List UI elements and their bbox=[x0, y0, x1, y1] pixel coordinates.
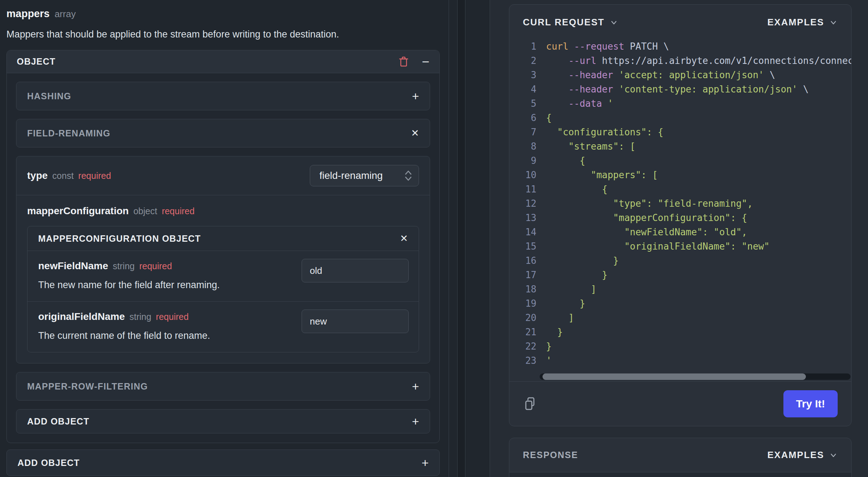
original-field-name-row: originalFieldName string required The cu… bbox=[27, 302, 419, 352]
line-number: 15 bbox=[509, 239, 536, 253]
property-type: array bbox=[55, 9, 76, 20]
line-number: 8 bbox=[509, 139, 536, 154]
line-number: 16 bbox=[509, 253, 536, 268]
code-line: 6{ bbox=[509, 111, 851, 125]
property-description: Mappers that should be applied to the st… bbox=[6, 29, 443, 40]
code-text: { bbox=[546, 154, 585, 168]
column-divider-line bbox=[449, 0, 449, 477]
code-line: 3 --header 'accept: application/json' \ bbox=[509, 68, 851, 82]
code-text: "newFieldName": "old", bbox=[546, 225, 747, 239]
new-field-name-input[interactable] bbox=[302, 259, 409, 282]
field-renaming-content: type const required field-renaming bbox=[16, 156, 430, 363]
type-select[interactable]: field-renaming bbox=[310, 165, 419, 186]
expand-hashing-icon[interactable]: + bbox=[412, 90, 419, 102]
examples-label: EXAMPLES bbox=[767, 17, 824, 28]
code-line: 14 "newFieldName": "old", bbox=[509, 225, 851, 239]
chevron-down-icon bbox=[610, 18, 618, 27]
add-object-outer-plus-icon[interactable]: + bbox=[422, 457, 429, 469]
try-it-button[interactable]: Try It! bbox=[783, 390, 838, 417]
add-object-inner-label: ADD OBJECT bbox=[27, 416, 90, 427]
code-line: 4 --header 'content-type: application/js… bbox=[509, 82, 851, 96]
original-field-name-kind: string bbox=[130, 312, 151, 322]
field-renaming-title: FIELD-RENAMING bbox=[27, 128, 110, 139]
type-select-value: field-renaming bbox=[319, 170, 404, 181]
code-text: } bbox=[546, 296, 585, 311]
line-number: 3 bbox=[509, 68, 536, 82]
response-title: RESPONSE bbox=[523, 450, 578, 460]
new-field-name-kind: string bbox=[113, 261, 135, 271]
object-panel-title: OBJECT bbox=[17, 56, 56, 67]
add-object-inner-plus-icon[interactable]: + bbox=[412, 415, 419, 427]
mapper-configuration-required: required bbox=[162, 206, 195, 216]
curl-code-block: 1curl --request PATCH \2 --url https://a… bbox=[509, 39, 851, 368]
line-number: 6 bbox=[509, 111, 536, 125]
object-panel-body: HASHING + FIELD-RENAMING ✕ type const re… bbox=[7, 73, 439, 443]
hashing-title: HASHING bbox=[27, 91, 71, 101]
vertical-scrollbar-track[interactable] bbox=[457, 0, 465, 477]
add-object-inner-button[interactable]: ADD OBJECT + bbox=[16, 409, 430, 433]
code-text: } bbox=[546, 339, 552, 353]
new-field-name-required: required bbox=[139, 261, 172, 271]
line-number: 11 bbox=[509, 182, 536, 196]
code-text: { bbox=[546, 182, 607, 196]
horizontal-scrollbar-track[interactable] bbox=[540, 373, 851, 380]
code-line: 8 "streams": [ bbox=[509, 139, 851, 154]
original-field-name-required: required bbox=[156, 312, 189, 322]
expand-mapper-row-filtering-icon[interactable]: + bbox=[412, 380, 419, 392]
code-text: "mapperConfiguration": { bbox=[546, 211, 747, 225]
mapper-configuration-name: mapperConfiguration bbox=[27, 205, 129, 217]
copy-code-button[interactable] bbox=[523, 395, 539, 412]
code-text: } bbox=[546, 268, 607, 282]
hashing-accordion[interactable]: HASHING + bbox=[16, 82, 430, 110]
code-line: 12 "type": "field-renaming", bbox=[509, 196, 851, 211]
code-text: --url https://api.airbyte.com/v1/connect… bbox=[546, 54, 851, 68]
code-line: 21 } bbox=[509, 325, 851, 339]
code-line: 11 { bbox=[509, 182, 851, 196]
line-number: 7 bbox=[509, 125, 536, 139]
add-object-outer-label: ADD OBJECT bbox=[17, 458, 80, 468]
code-text: curl --request PATCH \ bbox=[546, 39, 669, 54]
code-text: ' bbox=[546, 353, 552, 368]
line-number: 18 bbox=[509, 282, 536, 296]
code-text: "streams": [ bbox=[546, 139, 635, 154]
line-number: 14 bbox=[509, 225, 536, 239]
close-mapper-configuration-icon[interactable]: ✕ bbox=[400, 234, 408, 243]
code-line: 10 "mappers": [ bbox=[509, 168, 851, 182]
property-heading: mappers array bbox=[6, 8, 443, 20]
curl-request-footer: Try It! bbox=[509, 381, 851, 426]
type-field-required: required bbox=[78, 171, 111, 181]
line-number: 9 bbox=[509, 154, 536, 168]
line-number: 4 bbox=[509, 82, 536, 96]
line-number: 17 bbox=[509, 268, 536, 282]
curl-request-card: CURL REQUEST EXAMPLES 1curl --request PA… bbox=[509, 4, 852, 426]
examples-dropdown[interactable]: EXAMPLES bbox=[767, 17, 838, 28]
response-examples-dropdown[interactable]: EXAMPLES bbox=[767, 450, 838, 461]
line-number: 23 bbox=[509, 353, 536, 368]
curl-request-dropdown[interactable]: CURL REQUEST bbox=[523, 17, 618, 28]
horizontal-scrollbar-thumb[interactable] bbox=[542, 373, 806, 380]
code-line: 20 ] bbox=[509, 311, 851, 325]
line-number: 5 bbox=[509, 96, 536, 111]
object-panel: OBJECT − HASHING + FIELD-RENAMING ✕ bbox=[6, 50, 440, 443]
mapper-configuration-object-title: MAPPERCONFIGURATION OBJECT bbox=[38, 234, 201, 244]
line-number: 22 bbox=[509, 339, 536, 353]
close-field-renaming-icon[interactable]: ✕ bbox=[411, 129, 419, 138]
field-renaming-accordion[interactable]: FIELD-RENAMING ✕ bbox=[16, 119, 430, 147]
delete-object-icon[interactable] bbox=[398, 56, 409, 68]
code-line: 17 } bbox=[509, 268, 851, 282]
code-text: --header 'content-type: application/json… bbox=[546, 82, 809, 96]
type-field-kind: const bbox=[52, 171, 74, 181]
object-panel-header: OBJECT − bbox=[7, 50, 439, 73]
mapper-row-filtering-accordion[interactable]: MAPPER-ROW-FILTERING + bbox=[16, 372, 430, 401]
line-number: 10 bbox=[509, 168, 536, 182]
original-field-name-input[interactable] bbox=[302, 310, 409, 333]
collapse-object-icon[interactable]: − bbox=[422, 55, 429, 68]
mapper-configuration-kind: object bbox=[133, 206, 157, 216]
response-examples-label: EXAMPLES bbox=[767, 450, 824, 461]
add-object-outer-button[interactable]: ADD OBJECT + bbox=[6, 450, 440, 476]
curl-request-header: CURL REQUEST EXAMPLES bbox=[509, 5, 851, 35]
type-field-name: type bbox=[27, 170, 48, 181]
mapper-configuration-object-header: MAPPERCONFIGURATION OBJECT ✕ bbox=[27, 226, 419, 251]
line-number: 13 bbox=[509, 211, 536, 225]
code-text: --header 'accept: application/json' \ bbox=[546, 68, 775, 82]
